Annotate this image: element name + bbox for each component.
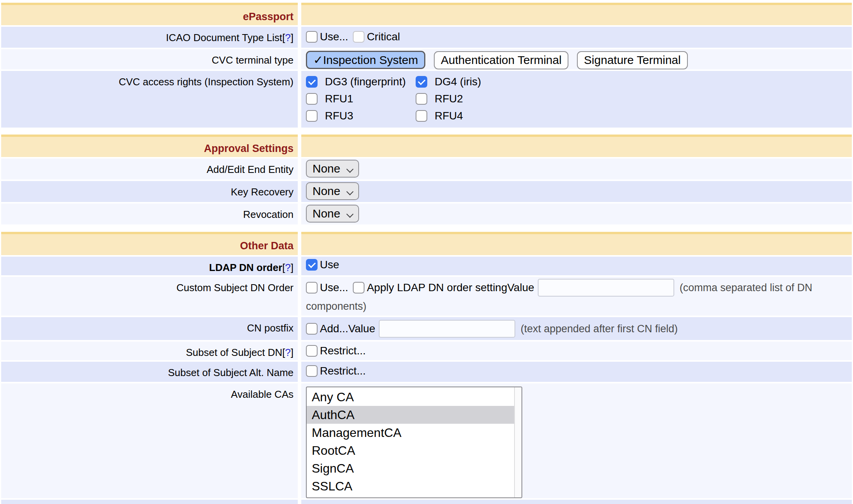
ca-option-signca[interactable]: SignCA bbox=[307, 459, 514, 477]
cn-postfix-hint: (text appended after first CN field) bbox=[521, 323, 678, 335]
rfu1-checkbox[interactable] bbox=[306, 93, 318, 105]
rfu2-label: RFU2 bbox=[435, 93, 463, 105]
dg4-label: DG4 (iris) bbox=[435, 76, 481, 88]
label-key-recovery: Key Recovery bbox=[1, 181, 298, 202]
label-cvc-terminal-type: CVC terminal type bbox=[1, 49, 298, 69]
help-link-subset-subject-dn[interactable]: [?] bbox=[282, 347, 294, 358]
custom-dn-use-label: Use... bbox=[320, 281, 348, 294]
subset-alt-name-restrict-checkbox[interactable] bbox=[306, 365, 318, 377]
label-custom-subject-dn-order: Custom Subject DN Order bbox=[1, 277, 298, 316]
ca-option-managementca[interactable]: ManagementCA bbox=[307, 424, 514, 442]
dg3-checkbox[interactable] bbox=[306, 76, 318, 88]
ca-option-sslca[interactable]: SSLCA bbox=[307, 477, 514, 495]
help-question-icon[interactable]: ? bbox=[285, 32, 290, 43]
label-available-cas: Available CAs bbox=[1, 383, 298, 498]
label-cn-postfix: CN postfix bbox=[1, 317, 298, 340]
ldap-dn-order-controls: Use bbox=[301, 257, 852, 275]
help-question-icon[interactable]: ? bbox=[285, 262, 290, 273]
cn-postfix-value-label: Value bbox=[348, 323, 375, 335]
section-header-spacer bbox=[301, 232, 852, 255]
icao-use-label: Use... bbox=[320, 31, 348, 43]
icao-controls: Use... Critical bbox=[301, 27, 852, 48]
section-title-text: Approval Settings bbox=[204, 143, 294, 154]
label-subset-of-subject-alt-name: Subset of Subject Alt. Name bbox=[1, 362, 298, 382]
label-revocation: Revocation bbox=[1, 204, 298, 224]
rfu2-checkbox[interactable] bbox=[416, 93, 427, 105]
key-recovery-controls: None bbox=[301, 181, 852, 202]
ca-option-authca[interactable]: AuthCA bbox=[307, 406, 514, 424]
custom-dn-hint-wrap: components) bbox=[306, 300, 366, 312]
subset-subject-dn-restrict-checkbox[interactable] bbox=[306, 345, 318, 357]
subset-subject-alt-name-controls: Restrict... bbox=[301, 362, 852, 382]
section-epassport: ePassport ICAO Document Type List[?] Use… bbox=[1, 3, 852, 128]
label-ldap-dn-order: LDAP DN order[?] bbox=[1, 257, 298, 275]
section-title-epassport: ePassport bbox=[1, 3, 298, 25]
next-row-partial-left bbox=[1, 500, 298, 504]
rfu4-label: RFU4 bbox=[435, 110, 463, 122]
section-title-approval-settings: Approval Settings bbox=[1, 135, 298, 157]
certificate-profile-page: ePassport ICAO Document Type List[?] Use… bbox=[1, 3, 852, 504]
revocation-select[interactable]: None bbox=[306, 205, 359, 223]
help-link-icao[interactable]: [?] bbox=[282, 32, 294, 43]
custom-dn-value-input[interactable] bbox=[538, 279, 674, 297]
icao-critical-checkbox[interactable] bbox=[353, 31, 364, 43]
section-header-spacer bbox=[301, 3, 852, 25]
custom-dn-hint: (comma separated list of DN bbox=[680, 282, 812, 294]
label-cvc-access-rights: CVC access rights (Inspection System) bbox=[1, 71, 298, 128]
icao-critical-label: Critical bbox=[367, 31, 400, 43]
inspection-system-button[interactable]: ✓Inspection System bbox=[306, 51, 425, 69]
ldap-dn-order-use-label: Use bbox=[320, 259, 339, 271]
custom-dn-apply-label: Apply LDAP DN order setting bbox=[367, 281, 507, 294]
cn-postfix-value-input[interactable] bbox=[379, 320, 515, 338]
section-title-text: ePassport bbox=[243, 11, 294, 22]
label-add-edit-end-entity: Add/Edit End Entity bbox=[1, 159, 298, 180]
section-title-other-data: Other Data bbox=[1, 232, 298, 255]
custom-dn-apply-checkbox[interactable] bbox=[353, 282, 364, 293]
ca-option-rootca[interactable]: RootCA bbox=[307, 442, 514, 459]
custom-dn-use-checkbox[interactable] bbox=[306, 282, 318, 293]
section-title-text: Other Data bbox=[240, 240, 294, 252]
rfu3-label: RFU3 bbox=[325, 110, 353, 122]
section-other-data: Other Data LDAP DN order[?] Use Custom S… bbox=[1, 232, 852, 504]
add-edit-end-entity-controls: None bbox=[301, 159, 852, 180]
help-link-ldap-dn-order[interactable]: [?] bbox=[282, 262, 294, 273]
ca-option-any-ca[interactable]: Any CA bbox=[307, 388, 514, 406]
label-subset-of-subject-dn: Subset of Subject DN[?] bbox=[1, 342, 298, 360]
subset-subject-dn-controls: Restrict... bbox=[301, 342, 852, 360]
cn-postfix-controls: Add...Value (text appended after first C… bbox=[301, 317, 852, 340]
rfu1-label: RFU1 bbox=[325, 93, 353, 105]
rfu4-checkbox[interactable] bbox=[416, 110, 427, 122]
section-header-spacer bbox=[301, 135, 852, 157]
add-edit-end-entity-select[interactable]: None bbox=[306, 160, 359, 178]
dg4-checkbox[interactable] bbox=[416, 76, 427, 88]
cvc-terminal-type-controls: ✓Inspection System Authentication Termin… bbox=[301, 49, 852, 69]
section-approval-settings: Approval Settings Add/Edit End Entity No… bbox=[1, 135, 852, 224]
available-cas-controls: Any CA AuthCA ManagementCA RootCA SignCA… bbox=[301, 383, 852, 498]
available-cas-listbox[interactable]: Any CA AuthCA ManagementCA RootCA SignCA… bbox=[306, 387, 522, 498]
listbox-scrollbar[interactable] bbox=[514, 387, 521, 497]
ldap-dn-order-use-checkbox[interactable] bbox=[306, 259, 318, 271]
subset-subject-dn-restrict-label: Restrict... bbox=[320, 345, 366, 357]
revocation-controls: None bbox=[301, 204, 852, 224]
rfu3-checkbox[interactable] bbox=[306, 110, 318, 122]
label-icao-document-type-list: ICAO Document Type List[?] bbox=[1, 27, 298, 48]
custom-subject-dn-order-controls: Use... Apply LDAP DN order settingValue … bbox=[301, 277, 852, 316]
next-row-partial-right bbox=[301, 500, 852, 504]
cvc-access-rights-controls: DG3 (fingerprint) DG4 (iris) RFU1 RFU2 R… bbox=[301, 71, 852, 128]
subset-alt-name-restrict-label: Restrict... bbox=[320, 365, 366, 377]
cn-postfix-add-checkbox[interactable] bbox=[306, 323, 318, 335]
custom-dn-value-label: Value bbox=[507, 281, 534, 294]
signature-terminal-button[interactable]: Signature Terminal bbox=[577, 51, 688, 69]
dg3-label: DG3 (fingerprint) bbox=[325, 76, 406, 88]
authentication-terminal-button[interactable]: Authentication Terminal bbox=[434, 51, 568, 69]
help-question-icon[interactable]: ? bbox=[285, 347, 290, 358]
cn-postfix-add-label: Add... bbox=[320, 323, 348, 335]
icao-use-checkbox[interactable] bbox=[306, 31, 318, 43]
key-recovery-select[interactable]: None bbox=[306, 182, 359, 200]
